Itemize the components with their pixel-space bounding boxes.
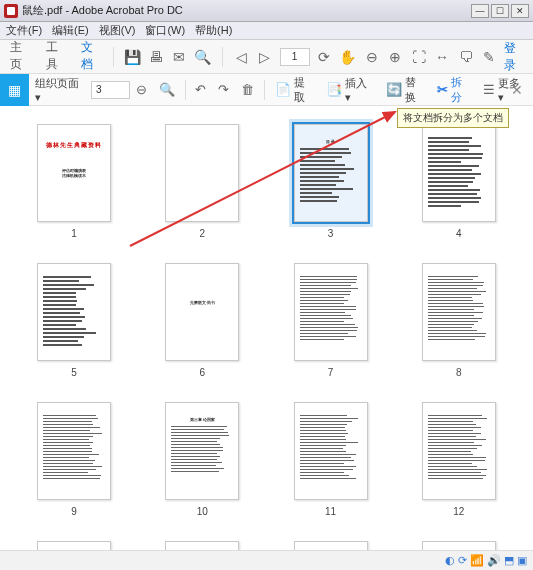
tab-document[interactable]: 文档 <box>79 35 103 79</box>
statusbar: ◐ ⟳ 📶 🔊 ⬒ ▣ <box>0 550 533 570</box>
page-label: 6 <box>200 367 206 378</box>
page-label: 9 <box>71 506 77 517</box>
page-thumb-4[interactable] <box>422 124 496 222</box>
tray-icon[interactable]: 🔊 <box>487 554 501 567</box>
organize-pages-icon[interactable]: ▦ <box>0 74 29 106</box>
zoom-out-button[interactable]: ⊖ <box>130 74 153 105</box>
rotate-cw-button[interactable]: ↷ <box>212 74 235 105</box>
tray-icon[interactable]: ⬒ <box>504 554 514 567</box>
menu-help[interactable]: 帮助(H) <box>195 23 232 38</box>
page-label: 10 <box>197 506 208 517</box>
page-thumb-10[interactable]: 第三章 论国家 <box>165 402 239 500</box>
main-toolbar: 主页 工具 文档 💾 🖶 ✉ 🔍 ◁ ▷ 1 ⟳ ✋ ⊖ ⊕ ⛶ ↔ 🗨 ✎ 登… <box>0 40 533 74</box>
tray-icon[interactable]: ⟳ <box>458 554 467 567</box>
hand-icon[interactable]: ✋ <box>339 47 357 67</box>
split-button[interactable]: ✂拆分 <box>431 74 477 105</box>
zoomout-icon[interactable]: ⊖ <box>363 47 381 67</box>
thumb-wrap: 12 <box>415 402 503 517</box>
thumb-wrap <box>415 541 503 550</box>
window-title: 鼠绘.pdf - Adobe Acrobat Pro DC <box>22 3 471 18</box>
page-thumb-14[interactable] <box>165 541 239 550</box>
window-controls: — ☐ ✕ <box>471 4 529 18</box>
tray-icon[interactable]: ◐ <box>445 554 455 567</box>
page-label: 1 <box>71 228 77 239</box>
prev-page-icon[interactable]: ◁ <box>233 47 251 67</box>
thumb-wrap <box>287 541 375 550</box>
system-tray: ◐ ⟳ 📶 🔊 ⬒ ▣ <box>445 554 527 567</box>
separator <box>264 80 265 100</box>
thumb-wrap: 11 <box>287 402 375 517</box>
login-link[interactable]: 登录 <box>504 40 525 74</box>
thumbnail-workspace[interactable]: 德林先生典藏资料评估时编演表法律机械读本12目 录345先秦散文·尚书6789第… <box>0 106 533 550</box>
tray-icon[interactable]: 📶 <box>470 554 484 567</box>
page-thumb-8[interactable] <box>422 263 496 361</box>
page-thumb-6[interactable]: 先秦散文·尚书 <box>165 263 239 361</box>
print-icon[interactable]: 🖶 <box>147 47 165 67</box>
insert-button[interactable]: 📑插入 ▾ <box>320 74 380 105</box>
app-icon <box>4 4 18 18</box>
zoomin-icon[interactable]: ⊕ <box>386 47 404 67</box>
page-label: 12 <box>453 506 464 517</box>
delete-button[interactable]: 🗑 <box>235 74 260 105</box>
thumb-wrap: 5 <box>30 263 118 378</box>
thumb-wrap: 德林先生典藏资料评估时编演表法律机械读本1 <box>30 124 118 239</box>
page-thumb-9[interactable] <box>37 402 111 500</box>
page-thumb-15[interactable] <box>294 541 368 550</box>
thumbnail-grid: 德林先生典藏资料评估时编演表法律机械读本12目 录345先秦散文·尚书6789第… <box>30 124 503 550</box>
page-thumb-16[interactable] <box>422 541 496 550</box>
thumb-wrap: 9 <box>30 402 118 517</box>
separator <box>185 80 186 100</box>
extract-button[interactable]: 📄提取 <box>269 74 320 105</box>
thumb-wrap <box>30 541 118 550</box>
page-thumb-7[interactable] <box>294 263 368 361</box>
more-button[interactable]: ☰更多 ▾ <box>477 74 533 105</box>
zoom-icon[interactable]: ⟳ <box>316 47 334 67</box>
page-label: 11 <box>325 506 336 517</box>
rotate-ccw-button[interactable]: ↶ <box>189 74 212 105</box>
page-thumb-3[interactable]: 目 录 <box>294 124 368 222</box>
thumb-wrap: 8 <box>415 263 503 378</box>
page-label: 4 <box>456 228 462 239</box>
minimize-button[interactable]: — <box>471 4 489 18</box>
page-label: 3 <box>328 228 334 239</box>
sign-icon[interactable]: ✎ <box>480 47 498 67</box>
page-thumb-12[interactable] <box>422 402 496 500</box>
tab-home[interactable]: 主页 <box>8 35 32 79</box>
tray-icon[interactable]: ▣ <box>517 554 527 567</box>
menu-window[interactable]: 窗口(W) <box>145 23 185 38</box>
page-thumb-2[interactable] <box>165 124 239 222</box>
thumb-wrap: 2 <box>158 124 246 239</box>
thumb-wrap: 目 录3 <box>287 124 375 239</box>
page-number-field[interactable]: 1 <box>280 48 310 66</box>
save-icon[interactable]: 💾 <box>124 47 142 67</box>
page-input[interactable]: 3 <box>91 81 130 99</box>
replace-button[interactable]: 🔄替换 <box>380 74 431 105</box>
fit-icon[interactable]: ⛶ <box>410 47 428 67</box>
maximize-button[interactable]: ☐ <box>491 4 509 18</box>
search-icon[interactable]: 🔍 <box>194 47 212 67</box>
organize-dropdown[interactable]: 组织页面 ▾ <box>29 74 91 105</box>
page-thumb-13[interactable] <box>37 541 111 550</box>
separator <box>113 47 114 67</box>
close-button[interactable]: ✕ <box>511 4 529 18</box>
mail-icon[interactable]: ✉ <box>171 47 189 67</box>
next-page-icon[interactable]: ▷ <box>256 47 274 67</box>
page-label: 8 <box>456 367 462 378</box>
close-toolbar-icon[interactable]: ✕ <box>511 82 523 98</box>
organize-toolbar: ▦ 组织页面 ▾ 3 ⊖ 🔍 ↶ ↷ 🗑 📄提取 📑插入 ▾ 🔄替换 ✂拆分 ☰… <box>0 74 533 106</box>
page-thumb-11[interactable] <box>294 402 368 500</box>
thumb-wrap: 先秦散文·尚书6 <box>158 263 246 378</box>
comment-icon[interactable]: 🗨 <box>457 47 475 67</box>
page-label: 5 <box>71 367 77 378</box>
page-thumb-5[interactable] <box>37 263 111 361</box>
page-label: 2 <box>200 228 206 239</box>
width-icon[interactable]: ↔ <box>433 47 451 67</box>
page-thumb-1[interactable]: 德林先生典藏资料评估时编演表法律机械读本 <box>37 124 111 222</box>
tab-tools[interactable]: 工具 <box>44 35 68 79</box>
thumb-wrap: 4 <box>415 124 503 239</box>
split-tooltip: 将文档拆分为多个文档 <box>397 108 509 128</box>
thumb-wrap <box>158 541 246 550</box>
page-label: 7 <box>328 367 334 378</box>
menu-view[interactable]: 视图(V) <box>99 23 136 38</box>
zoom-in-button[interactable]: 🔍 <box>153 74 181 105</box>
